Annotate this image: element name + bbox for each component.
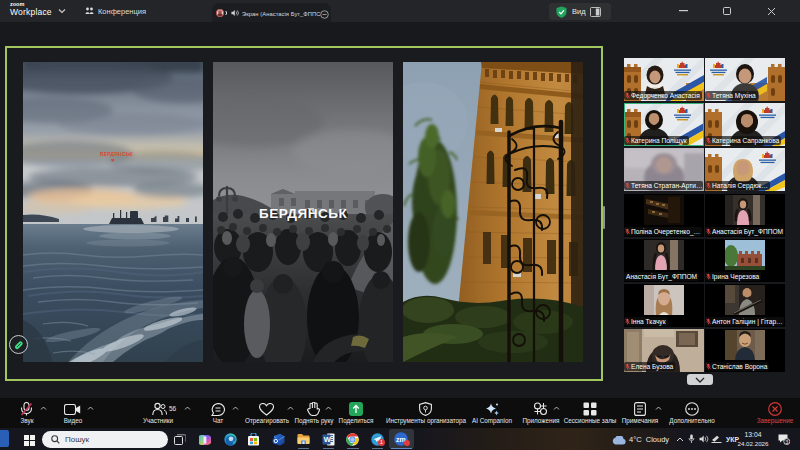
svg-text:БЕРДЯНСЬК: БЕРДЯНСЬК [100,151,134,157]
svg-text:3: 3 [785,439,788,445]
svg-text:БЕРДЯНСЬК: БЕРДЯНСЬК [259,206,347,221]
svg-text:W: W [324,435,332,444]
svg-text:❤: ❤ [111,158,115,163]
